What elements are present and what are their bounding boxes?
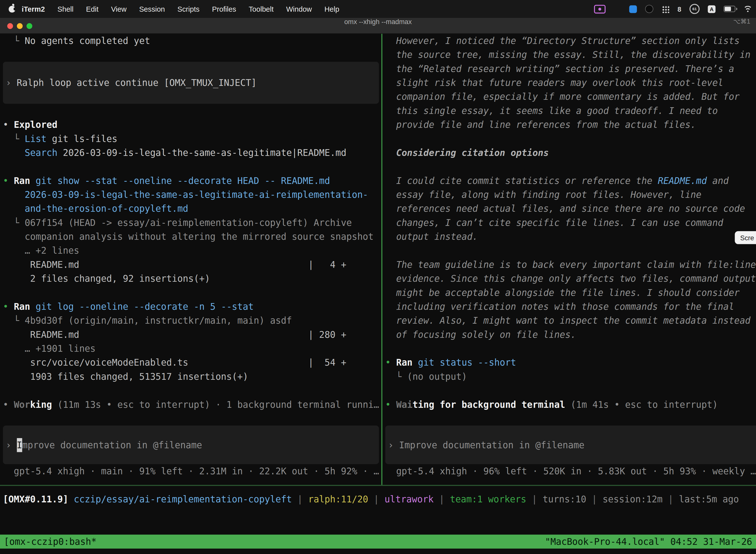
text-segment: • — [3, 120, 14, 130]
text-segment: README.md | 280 + — [3, 330, 346, 340]
screen-recording-icon[interactable] — [594, 4, 606, 13]
text-segment: (1m 41s • esc to interrupt) — [565, 400, 718, 410]
menu-item-scripts[interactable]: Scripts — [171, 5, 206, 13]
text-segment — [68, 494, 74, 504]
terminal-line: └ No agents completed yet — [3, 34, 381, 48]
blank-line — [3, 411, 381, 426]
blank-line — [385, 411, 756, 426]
pane-divider[interactable] — [381, 34, 382, 485]
terminal-line: The team guideline is to back every impo… — [385, 258, 756, 272]
blue-app-icon[interactable] — [629, 5, 637, 13]
text-segment: | — [292, 494, 308, 504]
text-segment: [OMX#0.11.9] — [3, 494, 68, 504]
prompt-input-right[interactable]: › Improve documentation in @filename — [385, 426, 756, 464]
text-segment: review. Also, I might want to inspect th… — [385, 316, 751, 326]
dark-app-icon[interactable] — [645, 5, 653, 13]
menu-item-window[interactable]: Window — [280, 5, 318, 13]
text-segment: evidence. Since this change only affects… — [385, 274, 756, 284]
menu-item-edit[interactable]: Edit — [80, 5, 105, 13]
text-segment: | — [434, 494, 450, 504]
menu-item-shell[interactable]: Shell — [51, 5, 80, 13]
text-segment: last:5m ago — [679, 494, 739, 504]
menu-item-iterm2[interactable]: iTerm2 — [15, 5, 51, 13]
text-segment: git show --stat --oneline --decorate HEA… — [36, 176, 330, 186]
terminal-line: src/voice/voiceModeEnabled.ts | 54 + — [3, 356, 381, 370]
terminal-line: • Explored — [3, 118, 381, 131]
menu-item-profiles[interactable]: Profiles — [206, 5, 243, 13]
text-segment: 1903 files changed, 513517 insertions(+) — [3, 372, 248, 382]
text-segment: essay file, along with finding root file… — [385, 189, 701, 200]
menu-bar: iTerm2ShellEditViewSessionScriptsProfile… — [0, 0, 756, 18]
menu-item-session[interactable]: Session — [133, 5, 171, 13]
text-segment: including verification notes with those … — [385, 301, 734, 312]
menu-item-help[interactable]: Help — [318, 5, 346, 13]
battery-gauge-icon[interactable]: 61 — [690, 4, 700, 14]
text-segment: 4b9d30f (origin/main, instructkr/main, m… — [25, 316, 292, 326]
text-segment: ting for background terminal — [413, 400, 565, 410]
text-segment: this single essay, it seems like a good … — [385, 106, 718, 116]
terminal: └ No agents completed yet› Ralph loop ac… — [0, 34, 756, 554]
app-grid-icon[interactable] — [614, 5, 621, 12]
text-segment: session:12m — [603, 494, 663, 504]
terminal-line: this single essay, it seems like a good … — [385, 104, 756, 118]
blank-line — [385, 132, 756, 146]
apple-menu-icon[interactable] — [9, 5, 15, 12]
input-source-icon[interactable]: A — [708, 5, 715, 13]
window-titlebar: omx --xhigh --madmax ⌥⌘1 — [0, 18, 756, 34]
text-segment: Explored — [14, 120, 58, 130]
key-8-icon[interactable]: 8 — [678, 5, 681, 13]
terminal-line: 1903 files changed, 513517 insertions(+) — [3, 370, 381, 384]
text-segment: No agents completed yet — [25, 36, 150, 46]
wifi-icon[interactable] — [743, 6, 752, 12]
menu-item-toolbelt[interactable]: Toolbelt — [242, 5, 280, 13]
menu-items: iTerm2ShellEditViewSessionScriptsProfile… — [15, 5, 345, 13]
text-segment: output instead. — [385, 232, 478, 242]
terminal-line: essay file, along with finding root file… — [385, 188, 756, 202]
screen-share-button[interactable]: Scre — [735, 231, 756, 244]
text-segment: provide file and line references from th… — [385, 120, 696, 130]
prompt-input-left[interactable]: › Improve documentation in @filename — [3, 426, 379, 464]
text-segment: git log --oneline --decorate -n 5 --stat — [36, 301, 254, 312]
terminal-line: provide file and line references from th… — [385, 118, 756, 131]
text-segment: └ — [3, 218, 25, 228]
text-segment: might be acceptable alongside the file l… — [385, 288, 740, 298]
text-segment: › — [6, 438, 17, 452]
terminal-line: └ (no output) — [385, 370, 756, 384]
text-segment: Wai — [396, 400, 413, 410]
terminal-line: of focusing solely on file lines. — [385, 328, 756, 341]
tmux-host-time: "MacBook-Pro-44.local" 04:52 31-Mar-26 — [545, 535, 752, 549]
terminal-line: … +1901 lines — [3, 341, 381, 355]
text-segment: 2026-03-09-is-legal-the-same-as-legitima… — [57, 148, 346, 158]
text-segment: • — [3, 400, 14, 410]
text-segment: Ralph loop active continue [OMX_TMUX_INJ… — [17, 76, 256, 90]
terminal-line: references need actual files, and since … — [385, 202, 756, 216]
battery-icon[interactable] — [724, 6, 736, 12]
text-segment: └ — [3, 36, 25, 46]
text-segment: gpt-5.4 xhigh · main · 91% left · 2.31M … — [3, 466, 379, 476]
terminal-line: Considering citation options — [385, 146, 756, 160]
menu-item-view[interactable]: View — [105, 5, 133, 13]
blank-line — [3, 48, 381, 62]
text-segment: (11m 13s • esc to interrupt) · 1 backgro… — [52, 400, 379, 410]
terminal-line: … +2 lines — [3, 244, 381, 258]
text-segment: | — [663, 494, 679, 504]
terminal-line: └ 067f154 (HEAD -> essay/ai-reimplementa… — [3, 216, 381, 230]
terminal-line: the source tree, missing the essay. Stil… — [385, 48, 756, 62]
text-segment: Considering citation options — [396, 148, 549, 158]
terminal-line: • Waiting for background terminal (1m 41… — [385, 398, 756, 411]
dots-grid-icon[interactable] — [662, 5, 669, 13]
text-segment: Ran — [14, 301, 30, 312]
terminal-line: including verification notes with those … — [385, 299, 756, 314]
text-segment: Ran — [396, 357, 413, 368]
terminal-line: and-the-erosion-of-copyleft.md — [3, 202, 381, 216]
terminal-line: Search 2026-03-09-is-legal-the-same-as-l… — [3, 146, 381, 160]
text-segment — [385, 148, 396, 158]
pane-left: └ No agents completed yet› Ralph loop ac… — [0, 34, 381, 485]
blank-line — [385, 384, 756, 397]
text-segment: … +1901 lines — [3, 343, 96, 354]
tmux-session-label: [omx-cczip0:bash* — [4, 535, 97, 549]
terminal-line: companion analysis without altering the … — [3, 230, 381, 243]
text-segment: Search — [25, 148, 58, 158]
window-title: omx --xhigh --madmax — [0, 18, 756, 34]
blank-line — [3, 384, 381, 397]
